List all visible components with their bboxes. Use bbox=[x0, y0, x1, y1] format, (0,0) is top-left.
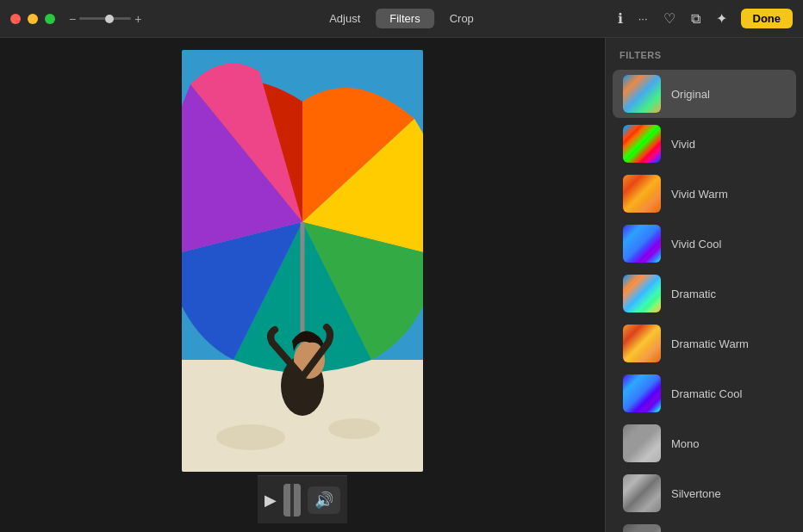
more-button[interactable]: ··· bbox=[637, 10, 650, 27]
filter-thumb-silvertone bbox=[623, 474, 661, 512]
svg-point-5 bbox=[216, 424, 285, 450]
filter-item-vivid[interactable]: Vivid bbox=[613, 120, 796, 168]
filters-panel: FILTERS Original Vivid Vivid Warm Vivid … bbox=[605, 38, 803, 532]
filter-item-dramatic-cool[interactable]: Dramatic Cool bbox=[613, 369, 796, 418]
filter-item-noir[interactable]: Noir bbox=[613, 519, 796, 532]
filter-item-dramatic-warm[interactable]: Dramatic Warm bbox=[613, 319, 796, 368]
minimize-button[interactable] bbox=[28, 14, 38, 24]
photo-area: ▶ bbox=[0, 38, 605, 532]
done-button[interactable]: Done bbox=[741, 9, 794, 28]
zoom-slider[interactable]: − + bbox=[69, 12, 141, 26]
filter-thumb-noir bbox=[623, 524, 661, 532]
filter-name-mono: Mono bbox=[671, 437, 700, 450]
filter-thumb-dramatic-cool bbox=[623, 374, 661, 412]
filter-item-vivid-warm[interactable]: Vivid Warm bbox=[613, 170, 796, 218]
filter-thumb-vivid-cool bbox=[623, 225, 661, 263]
filter-item-silvertone[interactable]: Silvertone bbox=[613, 469, 796, 517]
filter-name-dramatic-cool: Dramatic Cool bbox=[671, 387, 742, 400]
heart-button[interactable]: ♡ bbox=[662, 9, 677, 28]
maximize-button[interactable] bbox=[45, 14, 55, 24]
filter-name-vivid: Vivid bbox=[671, 138, 695, 151]
filter-thumb-vivid bbox=[623, 125, 661, 163]
duplicate-button[interactable]: ⧉ bbox=[689, 9, 702, 28]
volume-button[interactable]: 🔊 bbox=[308, 486, 340, 514]
filter-name-silvertone: Silvertone bbox=[671, 487, 721, 500]
filter-item-mono[interactable]: Mono bbox=[613, 419, 796, 467]
filter-thumb-original bbox=[623, 75, 661, 113]
filter-thumb-vivid-warm bbox=[623, 175, 661, 213]
photo-container bbox=[9, 46, 596, 475]
main-content: ▶ bbox=[0, 38, 803, 532]
photo-svg bbox=[182, 50, 423, 472]
photo-frame bbox=[182, 50, 423, 472]
filter-name-dramatic-warm: Dramatic Warm bbox=[671, 337, 749, 350]
toolbar-center: Adjust Filters Crop bbox=[315, 9, 488, 28]
filmstrip-left-bracket bbox=[283, 484, 290, 517]
filter-thumb-mono bbox=[623, 424, 661, 462]
window-controls bbox=[10, 14, 55, 24]
filmstrip[interactable] bbox=[283, 484, 301, 517]
filter-item-vivid-cool[interactable]: Vivid Cool bbox=[613, 220, 796, 268]
adjust-button[interactable]: Adjust bbox=[315, 9, 374, 28]
svg-point-6 bbox=[328, 418, 380, 439]
timeline-area: ▶ bbox=[258, 475, 347, 523]
magic-button[interactable]: ✦ bbox=[714, 9, 729, 28]
zoom-minus-icon: − bbox=[69, 12, 76, 26]
filter-name-original: Original bbox=[671, 88, 710, 101]
filter-name-vivid-cool: Vivid Cool bbox=[671, 238, 721, 251]
filter-item-original[interactable]: Original bbox=[613, 70, 796, 118]
filmstrip-right-bracket bbox=[294, 484, 301, 517]
filter-thumb-dramatic bbox=[623, 275, 661, 312]
titlebar: − + Adjust Filters Crop ℹ ··· ♡ ⧉ ✦ Done bbox=[0, 0, 803, 38]
info-button[interactable]: ℹ bbox=[616, 9, 625, 28]
zoom-plus-icon: + bbox=[134, 12, 141, 26]
filters-button[interactable]: Filters bbox=[376, 9, 433, 28]
crop-button[interactable]: Crop bbox=[436, 9, 488, 28]
filter-thumb-dramatic-warm bbox=[623, 325, 661, 362]
close-button[interactable] bbox=[10, 14, 21, 24]
toolbar-right: ℹ ··· ♡ ⧉ ✦ Done bbox=[616, 9, 793, 28]
filters-header: FILTERS bbox=[606, 38, 803, 69]
filter-name-dramatic: Dramatic bbox=[671, 288, 716, 300]
play-button[interactable]: ▶ bbox=[265, 491, 277, 510]
filter-name-vivid-warm: Vivid Warm bbox=[671, 188, 728, 201]
filter-item-dramatic[interactable]: Dramatic bbox=[613, 269, 796, 318]
